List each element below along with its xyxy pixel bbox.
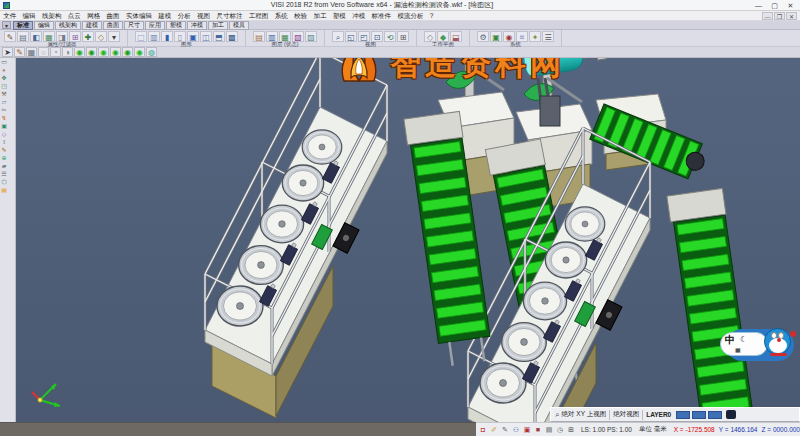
settings-icon[interactable]: ⚙ [477, 31, 489, 42]
menu-item[interactable]: 曲面 [103, 11, 122, 21]
menu-item[interactable]: 实体编辑 [123, 11, 155, 21]
filter-dropdown-icon[interactable]: ▾ [108, 31, 120, 42]
new-graphic-icon[interactable]: ▢ [135, 31, 147, 42]
show-graphic-icon[interactable]: ▮ [161, 31, 173, 42]
tab-standard[interactable]: 标准 [13, 21, 33, 30]
grid-status-icon[interactable]: ⊞ [566, 425, 576, 435]
half-shade-view-icon[interactable]: ◑ [62, 47, 73, 57]
tab-tooling[interactable]: 模具 [229, 21, 249, 30]
system-menu-icon[interactable]: ☰ [542, 31, 554, 42]
zoom-window-icon[interactable]: ◱ [345, 31, 357, 42]
tab-modeling[interactable]: 建模 [82, 21, 102, 30]
solid-tool-icon[interactable]: ▣ [0, 122, 8, 130]
3d-viewport[interactable] [16, 58, 800, 422]
status-chip[interactable] [692, 411, 706, 419]
front-view-icon[interactable]: ◉ [110, 47, 121, 57]
child-restore-button[interactable]: ❐ [774, 12, 785, 20]
menu-item[interactable]: 模流分析 [394, 11, 426, 21]
tab-application[interactable]: 应用 [145, 21, 165, 30]
view-mode-label[interactable]: 绝对视图 [613, 410, 639, 419]
menu-item[interactable]: 编辑 [19, 11, 38, 21]
tab-dimension[interactable]: 尺寸 [124, 21, 144, 30]
child-minimize-button[interactable]: — [762, 12, 773, 20]
highlight-icon[interactable]: ✦ [529, 31, 541, 42]
move-tool-icon[interactable]: ✥ [0, 74, 8, 82]
close-button[interactable]: ✕ [783, 1, 798, 10]
edit-attributes-icon[interactable]: ✎ [4, 31, 16, 42]
dynamic-view-icon[interactable]: ◍ [146, 47, 157, 57]
menu-item[interactable]: 视图 [194, 11, 213, 21]
line-tool-icon[interactable]: ▭ [0, 58, 8, 66]
anchor-tool-icon[interactable]: ⟟ [0, 138, 8, 146]
sketch-icon[interactable]: ✎ [14, 47, 25, 57]
polygon-tool-icon[interactable]: ▱ [0, 98, 8, 106]
copy-graphic-icon[interactable]: ⬒ [213, 31, 225, 42]
back-view-icon[interactable]: ◉ [134, 47, 145, 57]
attribute-list-icon[interactable]: ▤ [17, 31, 29, 42]
iso-view-icon[interactable]: ◉ [86, 47, 97, 57]
tab-mould[interactable]: 塑模 [166, 21, 186, 30]
wireframe-view-icon[interactable]: ○ [38, 47, 49, 57]
menu-item[interactable]: 塑模 [330, 11, 349, 21]
color-filter-icon[interactable]: ◇ [95, 31, 107, 42]
extrude-tool-icon[interactable]: ▰ [0, 162, 8, 170]
menu-item[interactable]: 文件 [0, 11, 19, 21]
maximize-button[interactable]: ▢ [767, 1, 782, 10]
active-layer-label[interactable]: LAYER0 [646, 411, 671, 418]
stop-status-icon[interactable]: ■ [533, 425, 543, 435]
snap-status-icon[interactable]: ◘ [478, 425, 488, 435]
menu-item[interactable]: 建模 [155, 11, 174, 21]
menu-item[interactable]: 点云 [65, 11, 84, 21]
minimize-button[interactable]: — [751, 1, 766, 10]
menu-item[interactable]: 冲模 [349, 11, 368, 21]
user-status-icon[interactable]: ⚇ [511, 425, 521, 435]
menu-item[interactable]: 分析 [175, 11, 194, 21]
layer-tool-icon[interactable]: ▤ [0, 186, 8, 194]
select-cursor-icon[interactable]: ➤ [2, 47, 13, 57]
annotate-status-icon[interactable]: ✐ [489, 425, 499, 435]
multi-view-icon[interactable]: ⊞ [397, 31, 409, 42]
status-dark-chip[interactable] [726, 410, 736, 419]
layer-state-icon[interactable]: ▨ [305, 31, 317, 42]
edit-status-icon[interactable]: ✎ [500, 425, 510, 435]
child-close-button[interactable]: ✕ [786, 12, 797, 20]
tab-die[interactable]: 冲模 [187, 21, 207, 30]
rotate-view-icon[interactable]: ⟲ [384, 31, 396, 42]
tab-machining[interactable]: 加工 [208, 21, 228, 30]
status-chip[interactable] [676, 411, 690, 419]
doraemon-mascot[interactable] [764, 328, 791, 355]
split-graphic-icon[interactable]: ◫ [200, 31, 212, 42]
draw-tool-icon[interactable]: ✎ [0, 146, 8, 154]
surface-tool-icon[interactable]: ◇ [0, 130, 8, 138]
tab-surface[interactable]: 曲面 [103, 21, 123, 30]
vehicle-status-icon[interactable]: ▣ [522, 425, 532, 435]
menu-item[interactable]: 校验 [291, 11, 310, 21]
view-info-label[interactable]: 绝对 XY 上视图 [561, 410, 606, 419]
tab-edit[interactable]: 编辑 [34, 21, 54, 30]
menu-item[interactable]: 线架构 [39, 11, 65, 21]
ime-language-mode[interactable]: 中 [725, 335, 735, 345]
menu-item[interactable]: 标准件 [368, 11, 394, 21]
command-prompt-area[interactable] [0, 422, 476, 436]
shade-graphic-icon[interactable]: ▩ [226, 31, 238, 42]
rectangle-tool-icon[interactable]: ◳ [0, 82, 8, 90]
modify-tool-icon[interactable]: ⚒ [0, 90, 8, 98]
side-view-icon[interactable]: ◉ [122, 47, 133, 57]
hidden-line-view-icon[interactable]: ◔ [50, 47, 61, 57]
shaded-view-icon[interactable]: ◉ [74, 47, 85, 57]
graphic-list-icon[interactable]: ▥ [148, 31, 160, 42]
clock-status-icon[interactable]: ◷ [555, 425, 565, 435]
moon-icon[interactable]: ☾ [740, 336, 747, 344]
filter-icon[interactable]: ◧ [30, 31, 42, 42]
calendar-status-icon[interactable]: ▤ [544, 425, 554, 435]
menu-item[interactable]: 尺寸标注 [213, 11, 245, 21]
grid-toggle-icon[interactable]: ▦ [26, 47, 37, 57]
tab-wireframe[interactable]: 线架构 [55, 21, 81, 30]
break-tool-icon[interactable]: ↯ [0, 114, 8, 122]
system-save-icon[interactable]: ▣ [490, 31, 502, 42]
menu-item[interactable]: 加工 [310, 11, 329, 21]
list-tool-icon[interactable]: ☰ [0, 170, 8, 178]
ime-toolbar[interactable]: 中 ☾ ▦ [720, 325, 796, 367]
add-filter-icon[interactable]: ✚ [82, 31, 94, 42]
menu-item[interactable]: ? [427, 11, 437, 21]
